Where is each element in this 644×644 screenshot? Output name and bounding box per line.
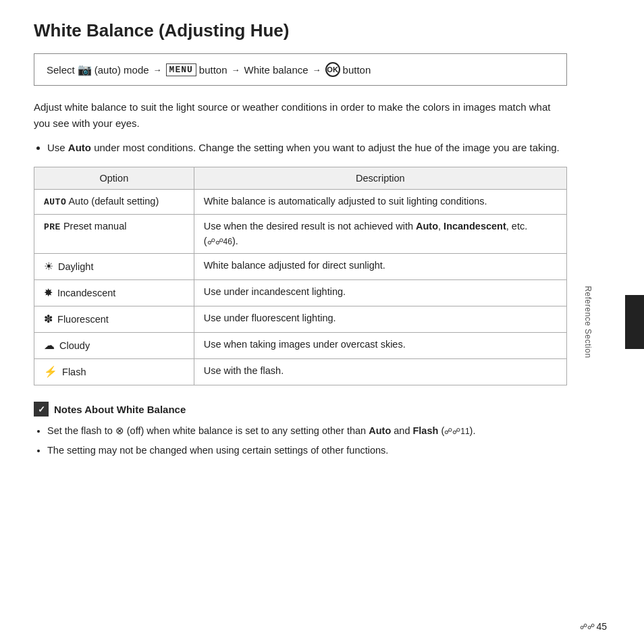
intro-bullets: Use Auto under most conditions. Change t… [47, 140, 567, 156]
auto-label: AUTO [44, 197, 66, 207]
flash-bold: Flash [412, 425, 438, 436]
table-row: AUTO Auto (default setting) White balanc… [34, 190, 567, 215]
auto-bold3: Auto [369, 425, 391, 436]
pre-label: PRE [44, 222, 61, 232]
notes-header: ✓ Notes About White Balance [34, 402, 567, 417]
navigation-box: Select 📷 (auto) mode → MENU button → Whi… [34, 53, 567, 86]
arrow1: → [153, 65, 162, 75]
camera-icon: 📷 [78, 63, 92, 77]
notes-title: Notes About White Balance [54, 404, 186, 415]
ok-button-icon: OK [325, 62, 340, 77]
nav-mode: (auto) mode [95, 64, 149, 76]
fluorescent-icon: ✽ [44, 313, 53, 325]
col-option-header: Option [34, 167, 194, 190]
menu-label: MENU [166, 63, 196, 76]
option-cloudy: ☁ Cloudy [34, 333, 194, 359]
notes-bullets: Set the flash to ⊗ (off) when white bala… [47, 423, 567, 458]
arrow2: → [232, 65, 240, 75]
table-row: ☀ Daylight White balance adjusted for di… [34, 254, 567, 280]
option-auto: AUTO Auto (default setting) [34, 190, 194, 215]
note-bullet-2: The setting may not be changed when usin… [47, 443, 567, 458]
checkmark-icon: ✓ [34, 402, 49, 417]
desc-fluorescent: Use under fluorescent lighting. [194, 306, 566, 333]
table-header-row: Option Description [34, 167, 567, 190]
options-table: Option Description AUTO Auto (default se… [34, 167, 567, 385]
desc-pre: Use when the desired result is not achie… [194, 214, 566, 254]
option-fluorescent: ✽ Fluorescent [34, 306, 194, 333]
desc-cloudy: Use when taking images under overcast sk… [194, 333, 566, 359]
table-row: ⚡ Flash Use with the flash. [34, 359, 567, 385]
off-icon: ⊗ [115, 425, 124, 436]
desc-auto: White balance is automatically adjusted … [194, 190, 566, 215]
page-num-value: 45 [596, 621, 607, 632]
daylight-icon: ☀ [44, 261, 53, 272]
table-row: ✸ Incandescent Use under incandescent li… [34, 280, 567, 306]
desc-daylight: White balance adjusted for direct sunlig… [194, 254, 566, 280]
nav-prefix: Select [47, 64, 75, 76]
page-num-symbol: ☍☍ [580, 622, 595, 631]
auto-bold2: Auto [416, 221, 438, 232]
nav-ok-suffix: button [343, 64, 371, 76]
description-text: Adjust white balance to suit the light s… [34, 99, 567, 132]
desc-incandescent: Use under incandescent lighting. [194, 280, 566, 306]
option-incandescent: ✸ Incandescent [34, 280, 194, 306]
table-row: ☁ Cloudy Use when taking images under ov… [34, 333, 567, 359]
table-row: PRE Preset manual Use when the desired r… [34, 214, 567, 254]
page-number: ☍☍45 [580, 621, 607, 632]
intro-bullet-1: Use Auto under most conditions. Change t… [47, 140, 567, 156]
cloudy-icon: ☁ [44, 340, 55, 351]
reference-tab [625, 295, 644, 349]
cross-ref-pre: ☍☍46 [207, 237, 232, 246]
table-row: ✽ Fluorescent Use under fluorescent ligh… [34, 306, 567, 333]
arrow3: → [313, 65, 321, 75]
option-daylight: ☀ Daylight [34, 254, 194, 280]
nav-wb: White balance [244, 64, 308, 76]
notes-section: ✓ Notes About White Balance Set the flas… [34, 402, 567, 458]
auto-bold: Auto [68, 142, 91, 153]
page-content: White Balance (Adjusting Hue) Select 📷 (… [0, 0, 608, 483]
col-description-header: Description [194, 167, 566, 190]
incandescent-bold: Incandescent [444, 221, 506, 232]
page-title: White Balance (Adjusting Hue) [34, 20, 567, 41]
cross-ref-note1: ☍☍11 [444, 427, 469, 436]
nav-menu-suffix: button [199, 64, 227, 76]
flash-icon: ⚡ [44, 366, 57, 377]
incandescent-icon: ✸ [44, 287, 53, 298]
desc-flash: Use with the flash. [194, 359, 566, 385]
option-pre: PRE Preset manual [34, 214, 194, 254]
note-bullet-1: Set the flash to ⊗ (off) when white bala… [47, 423, 567, 439]
reference-section-label: Reference Section [583, 286, 592, 358]
option-flash: ⚡ Flash [34, 359, 194, 385]
